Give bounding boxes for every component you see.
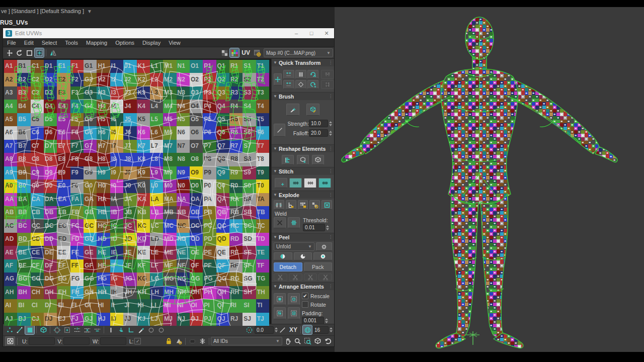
pick-texture-icon[interactable] xyxy=(253,48,262,57)
close-button[interactable]: ✕ xyxy=(319,28,334,38)
align-horizontal-button[interactable] xyxy=(283,70,294,79)
move-brush-button[interactable] xyxy=(286,104,299,116)
scale-tool-icon[interactable] xyxy=(25,48,34,57)
flatten-custom-button[interactable] xyxy=(321,200,332,210)
zoom-region-icon[interactable] xyxy=(303,337,312,346)
viewport-shading-label[interactable]: ve ] [Standard ] [Default Shading ] ▼ xyxy=(1,8,92,14)
minimize-button[interactable]: – xyxy=(289,28,304,38)
uv-space-button[interactable]: UV xyxy=(239,49,252,56)
u-input[interactable] xyxy=(29,337,55,345)
flatten-by-material-button[interactable] xyxy=(309,200,320,210)
mirror-tool-icon[interactable] xyxy=(48,48,57,57)
uv-canvas-area[interactable]: A1B1C1D1E1F1G1H1I1J1K1L1M1N1O1P1Q1R1S1T1… xyxy=(3,59,271,324)
relax-until-flat-button[interactable] xyxy=(297,155,309,165)
linear-align-v-button[interactable] xyxy=(321,80,334,89)
menu-item-view[interactable]: View xyxy=(165,40,185,46)
snap-vertical-icon[interactable] xyxy=(116,325,125,334)
relax-button[interactable] xyxy=(312,155,324,165)
menu-item-file[interactable]: File xyxy=(3,40,20,46)
pack-custom-button[interactable] xyxy=(288,293,300,305)
menu-item-mapping[interactable]: Mapping xyxy=(82,40,111,46)
section-header[interactable]: ▼Arrange Elements⋮ xyxy=(272,283,334,290)
padding-spinner[interactable]: 0.001 xyxy=(302,317,332,324)
grow-selection-icon[interactable] xyxy=(52,325,61,334)
polygon-mode-icon[interactable] xyxy=(25,325,34,334)
zoom-icon[interactable] xyxy=(293,337,302,346)
threshold-spinner[interactable]: 0.01 xyxy=(303,224,332,231)
menu-item-select[interactable]: Select xyxy=(38,40,61,46)
move-tool-icon[interactable] xyxy=(5,48,14,57)
snap-horizontal-icon[interactable] xyxy=(126,325,135,334)
pack-button[interactable]: Pack xyxy=(304,262,333,272)
lock-aspect-checkbox[interactable]: ✓ xyxy=(134,338,141,344)
element-mode-icon[interactable] xyxy=(39,325,48,334)
soft-selection-icon[interactable] xyxy=(245,325,254,334)
edge-distance-spinner[interactable]: 16 xyxy=(312,326,333,334)
absolute-mode-icon[interactable] xyxy=(5,336,15,346)
paint-shrink-icon[interactable] xyxy=(156,325,166,334)
quick-peel-button[interactable] xyxy=(274,252,292,260)
stitch-source-button[interactable] xyxy=(304,178,316,188)
section-header[interactable]: ▼Reshape Elements⋮ xyxy=(272,145,334,152)
edge-mode-icon[interactable] xyxy=(15,325,24,334)
hide-icon[interactable] xyxy=(188,337,197,346)
paint-select-icon[interactable] xyxy=(136,325,145,334)
unfold-dropdown[interactable]: Unfold▼ xyxy=(274,242,314,251)
flatten-by-edge-button[interactable] xyxy=(286,200,296,210)
point-to-point-seam-button[interactable] xyxy=(289,274,302,281)
lock-selection-icon[interactable] xyxy=(164,337,173,346)
move-selected-button[interactable] xyxy=(274,73,282,85)
stitch-target-button[interactable] xyxy=(289,178,302,188)
menu-item-display[interactable]: Display xyxy=(138,40,165,46)
rescale-checkbox[interactable]: ✔ Rescale xyxy=(302,293,332,299)
distribute-button[interactable] xyxy=(283,80,294,89)
freeform-tool-icon[interactable] xyxy=(35,48,44,57)
flatten-by-angle-button[interactable] xyxy=(298,200,308,210)
material-id-dropdown[interactable]: All IDs▼ xyxy=(211,337,282,345)
snap-toggle-icon[interactable] xyxy=(323,337,332,346)
section-header[interactable]: ▼Peel⋮ xyxy=(272,233,334,241)
section-header[interactable]: ▼Brush⋮ xyxy=(272,93,334,100)
menu-item-options[interactable]: Options xyxy=(111,40,138,46)
title-bar[interactable]: 3 Edit UVWs – □ ✕ xyxy=(3,28,334,38)
peel-options-button[interactable] xyxy=(316,242,332,251)
w-input[interactable] xyxy=(100,337,126,345)
ignore-backfacing-icon[interactable] xyxy=(106,325,115,334)
select-ring-icon[interactable] xyxy=(93,325,102,334)
detach-button[interactable]: Detach xyxy=(274,262,302,272)
rotate-tool-icon[interactable] xyxy=(15,48,24,57)
rotate-cw-button[interactable] xyxy=(307,80,318,89)
filter-selected-faces-icon[interactable] xyxy=(174,337,183,346)
linear-align-h-button[interactable] xyxy=(321,70,334,79)
checker-pattern-icon[interactable] xyxy=(230,48,239,57)
show-map-icon[interactable] xyxy=(220,48,229,57)
convert-edge-to-seam-button[interactable] xyxy=(304,274,317,281)
weld-all-button[interactable] xyxy=(288,217,300,228)
freeze-icon[interactable] xyxy=(198,337,207,346)
stitch-selected-button[interactable] xyxy=(318,178,331,188)
peel-mode-button[interactable] xyxy=(294,252,312,260)
vertex-mode-icon[interactable] xyxy=(5,325,14,334)
rotate-checkbox[interactable]: Rotate xyxy=(302,301,332,308)
weld-selected-button[interactable] xyxy=(274,217,286,228)
limit-sphere-icon[interactable] xyxy=(303,325,312,334)
falloff-spinner[interactable]: 20.0 xyxy=(309,129,332,137)
rearrange-custom-button[interactable] xyxy=(288,307,300,319)
falloff-curve-icon[interactable] xyxy=(278,325,287,334)
expand-to-seam-button[interactable] xyxy=(318,274,332,281)
maximize-button[interactable]: □ xyxy=(304,28,319,38)
pan-icon[interactable] xyxy=(283,337,292,346)
strength-spinner[interactable]: 10.0 xyxy=(309,120,332,127)
menu-item-edit[interactable]: Edit xyxy=(20,40,38,46)
straighten-selection-button[interactable] xyxy=(282,155,294,165)
pelt-map-button[interactable] xyxy=(313,252,332,260)
align-vertical-button[interactable] xyxy=(295,70,306,79)
section-header[interactable]: ▼Quick Transform⋮ xyxy=(272,59,334,66)
soft-selection-spinner[interactable]: 0.0 xyxy=(255,326,278,334)
section-header[interactable]: ▼Explode⋮ xyxy=(272,191,334,199)
edit-seams-button[interactable] xyxy=(274,274,287,281)
rotate-ccw-button[interactable] xyxy=(307,70,318,79)
stitch-custom-button[interactable] xyxy=(275,178,287,188)
map-dropdown[interactable]: Map #0 (C...MAP.png) ▼ xyxy=(264,48,333,57)
filter-funnel-icon[interactable]: ▼ xyxy=(87,9,92,14)
